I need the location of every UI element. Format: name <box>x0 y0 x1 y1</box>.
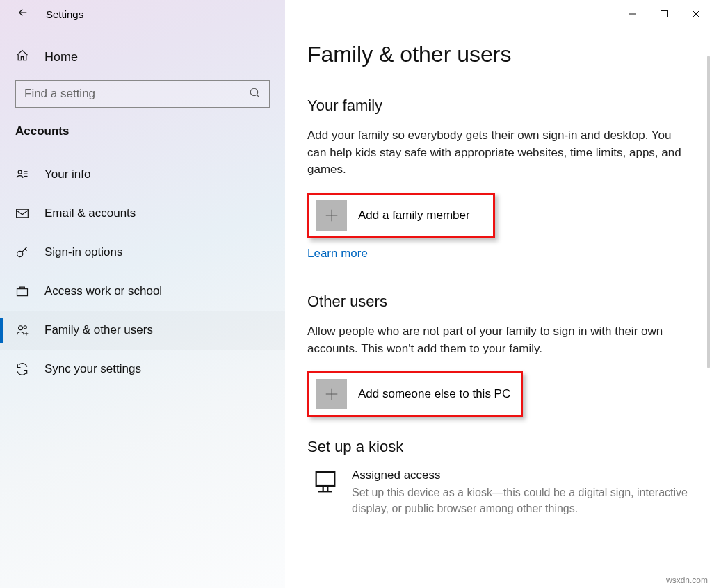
sidebar-item-your-info[interactable]: Your info <box>0 155 285 194</box>
sidebar-item-label: Access work or school <box>44 284 162 298</box>
add-family-member-button[interactable]: Add a family member <box>307 193 495 238</box>
key-icon <box>15 245 29 259</box>
mail-icon <box>15 206 29 220</box>
svg-point-4 <box>250 88 258 96</box>
sidebar-item-label: Email & accounts <box>44 206 136 220</box>
window-controls <box>616 3 712 25</box>
home-button[interactable]: Home <box>0 49 285 80</box>
svg-rect-1 <box>661 11 668 17</box>
svg-point-11 <box>17 251 23 256</box>
add-other-label: Add someone else to this PC <box>358 387 510 401</box>
settings-window: Settings Home Accounts Your info <box>0 0 712 588</box>
assigned-access-button[interactable]: Assigned access Set up this device as a … <box>307 468 693 516</box>
sidebar-item-label: Your info <box>44 168 90 181</box>
nav-list: Your info Email & accounts Sign-in optio… <box>0 155 285 389</box>
maximize-button[interactable] <box>648 3 680 25</box>
svg-rect-12 <box>17 289 28 296</box>
home-label: Home <box>44 50 78 65</box>
sidebar-item-email[interactable]: Email & accounts <box>0 194 285 233</box>
window-title: Settings <box>46 8 83 20</box>
search-input[interactable] <box>15 80 270 108</box>
svg-rect-21 <box>316 472 335 486</box>
titlebar: Settings <box>0 0 712 28</box>
svg-line-5 <box>257 95 259 97</box>
people-plus-icon <box>15 323 29 337</box>
plus-icon <box>316 200 347 231</box>
scrollbar[interactable] <box>707 56 710 368</box>
sidebar-item-sync[interactable]: Sync your settings <box>0 350 285 389</box>
sidebar-item-work[interactable]: Access work or school <box>0 272 285 311</box>
others-title: Other users <box>307 293 693 311</box>
others-desc: Allow people who are not part of your fa… <box>307 323 693 357</box>
sync-icon <box>15 362 29 376</box>
arrow-left-icon <box>17 6 29 19</box>
search-icon <box>249 87 261 102</box>
main-content: Family & other users Your family Add you… <box>285 0 712 588</box>
person-card-icon <box>15 168 29 181</box>
sidebar-item-label: Sign-in options <box>44 245 122 259</box>
family-title: Your family <box>307 97 693 115</box>
svg-point-14 <box>24 326 26 329</box>
sidebar-item-family[interactable]: Family & other users <box>0 311 285 350</box>
briefcase-icon <box>15 284 29 298</box>
category-label: Accounts <box>0 124 285 155</box>
kiosk-title: Set up a kiosk <box>307 438 693 456</box>
sidebar-item-signin[interactable]: Sign-in options <box>0 233 285 272</box>
plus-icon <box>316 379 347 409</box>
sidebar-item-label: Sync your settings <box>44 362 141 376</box>
svg-point-13 <box>19 326 23 330</box>
learn-more-link[interactable]: Learn more <box>307 247 368 261</box>
watermark: wsxdn.com <box>666 575 708 585</box>
sidebar-item-label: Family & other users <box>44 323 153 337</box>
add-other-user-button[interactable]: Add someone else to this PC <box>307 371 523 417</box>
kiosk-item-desc: Set up this device as a kiosk—this could… <box>352 485 693 516</box>
close-button[interactable] <box>680 3 712 25</box>
page-title: Family & other users <box>307 42 693 67</box>
minimize-button[interactable] <box>616 3 648 25</box>
home-icon <box>15 49 29 66</box>
sidebar: Home Accounts Your info Email & accounts… <box>0 0 285 588</box>
family-desc: Add your family so everybody gets their … <box>307 127 693 179</box>
back-button[interactable] <box>17 6 29 22</box>
svg-rect-10 <box>17 209 29 218</box>
kiosk-item-title: Assigned access <box>352 468 693 482</box>
search-wrap <box>15 80 270 108</box>
add-family-label: Add a family member <box>358 209 470 222</box>
svg-point-6 <box>18 170 22 174</box>
kiosk-icon <box>312 468 339 516</box>
